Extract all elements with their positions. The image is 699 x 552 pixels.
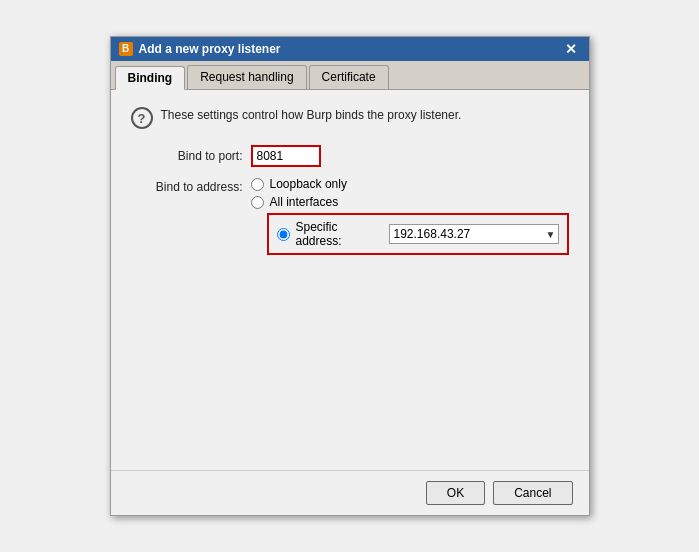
tab-bar: Binding Request handling Certificate [111,61,589,90]
tab-certificate[interactable]: Certificate [309,65,389,89]
radio-all-interfaces: All interfaces [251,195,569,209]
port-row: Bind to port: [131,145,569,167]
address-label: Bind to address: [131,177,251,194]
dialog-footer: OK Cancel [111,470,589,515]
radio-all-input[interactable] [251,196,264,209]
radio-loopback: Loopback only [251,177,569,191]
port-input[interactable] [251,145,321,167]
port-label: Bind to port: [131,149,251,163]
cancel-button[interactable]: Cancel [493,481,572,505]
app-icon: B [119,42,133,56]
dialog: B Add a new proxy listener ✕ Binding Req… [110,36,590,516]
info-icon: ? [131,107,153,129]
address-select-wrapper: 192.168.43.27 ▼ [389,224,559,244]
info-text: These settings control how Burp binds th… [161,106,462,124]
title-bar-left: B Add a new proxy listener [119,42,281,56]
radio-specific: Specific address: [277,220,383,248]
address-row: Bind to address: Loopback only All inter… [131,177,569,255]
tab-content: ? These settings control how Burp binds … [111,90,589,470]
title-bar: B Add a new proxy listener ✕ [111,37,589,61]
specific-address-select[interactable]: 192.168.43.27 [389,224,559,244]
dialog-title: Add a new proxy listener [139,42,281,56]
radio-specific-input[interactable] [277,228,290,241]
specific-address-box: Specific address: 192.168.43.27 ▼ [267,213,569,255]
info-row: ? These settings control how Burp binds … [131,106,569,129]
radio-all-label[interactable]: All interfaces [270,195,339,209]
radio-specific-label[interactable]: Specific address: [296,220,383,248]
tab-request-handling[interactable]: Request handling [187,65,306,89]
close-button[interactable]: ✕ [561,42,581,56]
radio-loopback-label[interactable]: Loopback only [270,177,347,191]
address-radio-group: Loopback only All interfaces Specific ad… [251,177,569,255]
ok-button[interactable]: OK [426,481,485,505]
tab-binding[interactable]: Binding [115,66,186,90]
radio-loopback-input[interactable] [251,178,264,191]
